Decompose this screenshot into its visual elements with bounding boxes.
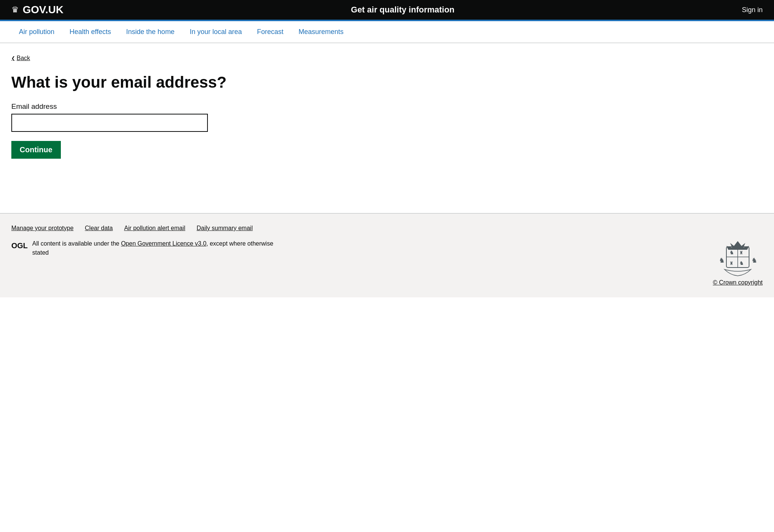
svg-text:♜: ♜: [739, 250, 743, 255]
licence-prefix: All content is available under the: [32, 240, 121, 247]
licence-link[interactable]: Open Government Licence v3.0: [121, 240, 206, 247]
email-form-group: Email address: [11, 102, 351, 132]
continue-button[interactable]: Continue: [11, 141, 61, 159]
back-link[interactable]: ❮ Back: [11, 55, 30, 62]
sign-in-link[interactable]: Sign in: [742, 6, 763, 14]
svg-text:♞: ♞: [751, 257, 757, 264]
footer-licence-text: All content is available under the Open …: [32, 239, 276, 257]
nav-local-area[interactable]: In your local area: [182, 21, 249, 43]
footer-licence: OGL All content is available under the O…: [11, 239, 276, 257]
site-header: ♛ GOV.UK Get air quality information Sig…: [0, 0, 774, 20]
footer-alert-email[interactable]: Air pollution alert email: [124, 225, 185, 232]
footer-links: Manage your prototype Clear data Air pol…: [11, 225, 763, 232]
nav-measurements[interactable]: Measurements: [291, 21, 351, 43]
nav-inside-home[interactable]: Inside the home: [119, 21, 182, 43]
svg-text:♞: ♞: [719, 257, 725, 264]
gov-uk-logo[interactable]: ♛ GOV.UK: [11, 4, 63, 16]
footer-clear-data[interactable]: Clear data: [85, 225, 113, 232]
crown-icon: ♛: [11, 5, 19, 15]
site-title: Get air quality information: [63, 5, 742, 15]
site-footer: Manage your prototype Clear data Air pol…: [0, 213, 774, 297]
footer-daily-email[interactable]: Daily summary email: [197, 225, 252, 232]
svg-text:♞: ♞: [739, 260, 744, 266]
nav-forecast[interactable]: Forecast: [249, 21, 291, 43]
svg-text:♞: ♞: [729, 249, 734, 255]
footer-crown-section: ♞ ♜ ♜ ♞ ♞ ♞ © Crown copyright: [713, 239, 763, 286]
main-nav: Air pollution Health effects Inside the …: [0, 21, 774, 43]
crown-emblem-icon: ♞ ♜ ♜ ♞ ♞ ♞: [715, 239, 760, 277]
nav-air-pollution[interactable]: Air pollution: [11, 21, 62, 43]
email-input[interactable]: [11, 114, 208, 132]
svg-text:♜: ♜: [729, 261, 734, 266]
footer-bottom: OGL All content is available under the O…: [11, 239, 763, 286]
email-label: Email address: [11, 102, 351, 111]
nav-health-effects[interactable]: Health effects: [62, 21, 119, 43]
crown-copyright-link[interactable]: © Crown copyright: [713, 279, 763, 286]
main-content: ❮ Back What is your email address? Email…: [0, 43, 363, 213]
back-chevron-icon: ❮: [11, 56, 15, 61]
ogl-badge: OGL: [11, 240, 28, 251]
back-label: Back: [17, 55, 30, 62]
page-heading: What is your email address?: [11, 73, 351, 92]
footer-manage-prototype[interactable]: Manage your prototype: [11, 225, 74, 232]
gov-uk-text: GOV.UK: [23, 4, 63, 16]
